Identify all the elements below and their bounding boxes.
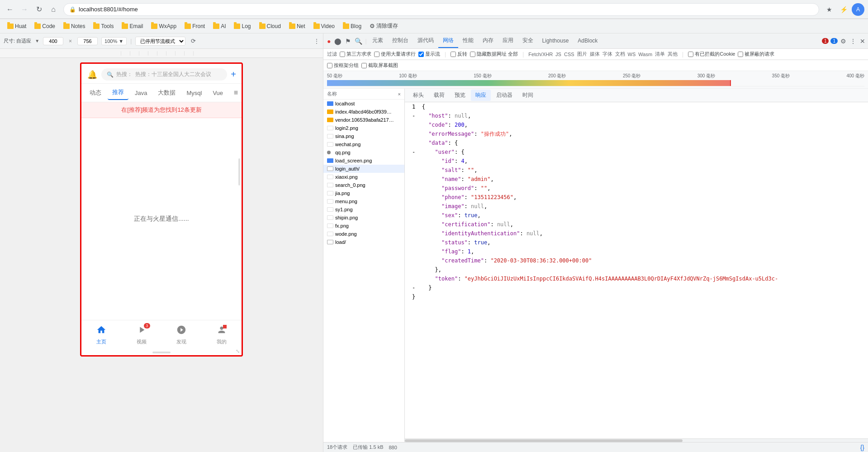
subtab-initiator[interactable]: 启动器 xyxy=(492,90,517,101)
doc-filter[interactable]: 文档 xyxy=(615,51,625,57)
mobile-search-bar[interactable]: 🔍 热搜： 热搜：十三届全国人大二次会议 xyxy=(101,68,227,81)
subtab-response[interactable]: 响应 xyxy=(471,90,491,101)
network-item-load-screen[interactable]: load_screen.png xyxy=(323,157,404,165)
bookmark-log[interactable]: Log xyxy=(230,22,254,31)
network-item-xiaoxi[interactable]: xiaoxi.png xyxy=(323,173,404,181)
blocked-cookies-checkbox[interactable]: 有已拦截的Cookie xyxy=(688,51,735,57)
network-item-load[interactable]: load/ xyxy=(323,238,404,246)
third-party-checkbox[interactable]: 第三方求求 xyxy=(340,51,371,57)
media-filter[interactable]: 媒体 xyxy=(590,51,600,57)
network-item-sina[interactable]: sina.png xyxy=(323,132,404,140)
tab-mysql[interactable]: Mysql xyxy=(182,87,206,99)
stop-button[interactable]: ⬤ xyxy=(332,38,343,45)
streaming-checkbox[interactable]: 显示流 xyxy=(418,51,440,57)
tab-tuijian[interactable]: 推荐 xyxy=(108,86,128,100)
tab-elements[interactable]: 元素 xyxy=(368,34,388,48)
json-format-icon[interactable]: {} xyxy=(860,444,864,451)
img-filter[interactable]: 图片 xyxy=(577,51,587,57)
tab-sources[interactable]: 源代码 xyxy=(413,34,438,48)
horizontal-scrollbar[interactable] xyxy=(405,438,868,442)
devtools-settings-icon[interactable]: ⚙ xyxy=(840,37,847,46)
home-button[interactable]: ⌂ xyxy=(47,3,60,16)
refresh-button[interactable]: ↻ xyxy=(33,3,45,16)
network-item-shipin[interactable]: shipin.png xyxy=(323,214,404,222)
address-bar[interactable]: 🔒 localhost:8801/#/home xyxy=(63,3,819,16)
wasm-filter[interactable]: Wasm xyxy=(638,52,652,57)
bookmark-ai[interactable]: AI xyxy=(209,22,229,31)
invert-checkbox[interactable]: 反转 xyxy=(451,51,467,57)
bookmark-tools[interactable]: Tools xyxy=(90,22,117,31)
tab-adblock[interactable]: AdBlock xyxy=(573,35,602,48)
blocked-requests-checkbox[interactable]: 被屏蔽的请求 xyxy=(738,51,774,57)
network-item-qq[interactable]: qq.png xyxy=(323,148,404,157)
tab-lighthouse[interactable]: Lighthouse xyxy=(538,35,574,48)
extension-button[interactable]: ⚡ xyxy=(837,3,850,16)
bookmark-code[interactable]: Code xyxy=(31,22,59,31)
add-button[interactable]: + xyxy=(231,69,236,80)
subtab-preview[interactable]: 预览 xyxy=(450,90,470,101)
bookmark-clear-cache[interactable]: ⚙ 清除缓存 xyxy=(366,21,402,31)
other-filter[interactable]: 其他 xyxy=(668,51,678,57)
subtab-timing[interactable]: 时间 xyxy=(518,90,538,101)
network-item-jia[interactable]: jia.png xyxy=(323,189,404,197)
devtools-close-icon[interactable]: ✕ xyxy=(859,37,866,46)
bookmark-notes[interactable]: Notes xyxy=(60,22,89,31)
network-item-search0[interactable]: search_0.png xyxy=(323,181,404,189)
tab-dongtai[interactable]: 动态 xyxy=(85,86,106,100)
network-item-sy1[interactable]: sy1.png xyxy=(323,205,404,214)
group-by-frame-checkbox[interactable]: 按框架分组 xyxy=(327,62,359,69)
css-filter[interactable]: CSS xyxy=(564,52,574,57)
large-rows-checkbox[interactable]: 使用大量请求行 xyxy=(374,51,416,57)
tab-vue[interactable]: Vue xyxy=(208,87,228,99)
notification-bell-icon[interactable]: 🔔 xyxy=(87,69,98,80)
ws-filter[interactable]: WS xyxy=(628,52,636,57)
throttle-select[interactable]: 已停用节流模式 xyxy=(135,37,185,46)
devtools-more-icon[interactable]: ⋮ xyxy=(849,37,857,46)
js-filter[interactable]: JS xyxy=(555,52,561,57)
manifest-filter[interactable]: 清单 xyxy=(655,51,665,57)
hide-data-url-checkbox[interactable]: 隐藏数据网址 全部 xyxy=(470,51,518,57)
tab-console[interactable]: 控制台 xyxy=(388,34,413,48)
tab-java[interactable]: Java xyxy=(130,87,152,99)
network-item-login-auth[interactable]: login_auth/ xyxy=(323,165,404,173)
bookmark-huat[interactable]: Huat xyxy=(4,22,30,31)
network-item-localhost[interactable]: localhost xyxy=(323,100,404,108)
network-item-wode[interactable]: wode.png xyxy=(323,230,404,238)
bookmark-star-button[interactable]: ★ xyxy=(823,3,835,16)
rotate-icon[interactable]: ⟳ xyxy=(189,37,198,45)
nav-home[interactable]: 主页 xyxy=(81,323,122,347)
bookmark-blog[interactable]: Blog xyxy=(339,22,365,31)
bookmark-front[interactable]: Front xyxy=(181,22,209,31)
screenshot-checkbox[interactable]: 截取屏幕截图 xyxy=(361,62,398,69)
network-item-index[interactable]: index.4fabcd46bc0f939c52a2... xyxy=(323,108,404,116)
tab-application[interactable]: 应用 xyxy=(498,34,518,48)
bookmark-cloud[interactable]: Cloud xyxy=(256,22,285,31)
network-item-fx[interactable]: fx.png xyxy=(323,222,404,230)
nav-mine[interactable]: 我的 xyxy=(202,323,242,347)
profile-button[interactable]: A xyxy=(852,3,864,16)
network-item-wechat[interactable]: wechat.png xyxy=(323,140,404,148)
height-input[interactable] xyxy=(77,37,98,45)
nav-discover[interactable]: 发现 xyxy=(161,323,202,347)
network-item-login2[interactable]: login2.png xyxy=(323,124,404,132)
bookmark-video[interactable]: Video xyxy=(310,22,338,31)
network-item-menu[interactable]: menu.png xyxy=(323,197,404,205)
tab-performance[interactable]: 性能 xyxy=(458,34,478,48)
back-button[interactable]: ← xyxy=(4,3,16,16)
subtab-headers[interactable]: 标头 xyxy=(408,90,428,101)
close-panel-icon[interactable]: × xyxy=(398,91,401,97)
nav-video[interactable]: 3 视频 xyxy=(122,323,162,347)
width-input[interactable] xyxy=(43,37,63,45)
tab-network[interactable]: 网络 xyxy=(438,34,458,48)
more-options-icon[interactable]: ⋮ xyxy=(314,38,319,44)
bookmark-wxapp[interactable]: WxApp xyxy=(147,22,180,31)
fetch-xhr-filter[interactable]: Fetch/XHR xyxy=(528,52,553,57)
forward-button[interactable]: → xyxy=(18,3,31,16)
zoom-select[interactable]: 100% ▼ xyxy=(101,37,127,45)
search-devtools-icon[interactable]: 🔍 xyxy=(353,38,364,45)
tabs-more-icon[interactable]: ≡ xyxy=(234,89,238,97)
response-json-panel[interactable]: 1 { - "host": null, "code": 200, "errorM… xyxy=(405,102,868,438)
bookmark-email[interactable]: Email xyxy=(118,22,147,31)
tab-security[interactable]: 安全 xyxy=(518,34,538,48)
font-filter[interactable]: 字体 xyxy=(602,51,612,57)
